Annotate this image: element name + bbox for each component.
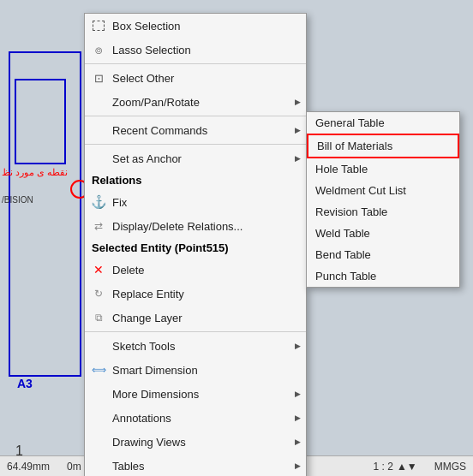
lasso-icon: ⌾ (90, 41, 107, 58)
smart-dimension-label: Smart Dimension (112, 364, 299, 377)
submenu-item-weld-table[interactable]: Weld Table (307, 223, 459, 244)
separator-2 (85, 116, 306, 116)
selected-entity-header: Selected Entity (Point515) (85, 238, 306, 258)
menu-item-select-other[interactable]: ⊡ Select Other (85, 66, 306, 90)
submenu-item-general-table[interactable]: General Table (307, 112, 459, 134)
delete-icon: ✕ (90, 261, 107, 278)
menu-item-more-dimensions[interactable]: More Dimensions (85, 382, 306, 406)
menu-item-sketch-tools[interactable]: Sketch Tools (85, 334, 306, 358)
replace-icon: ↻ (90, 285, 107, 302)
sketch-tools-label: Sketch Tools (112, 340, 299, 353)
menu-item-annotations[interactable]: Annotations (85, 406, 306, 430)
separator-3 (85, 144, 306, 145)
menu-item-delete[interactable]: ✕ Delete (85, 258, 306, 282)
more-dimensions-icon (90, 385, 107, 402)
bision-label: /BISION (2, 195, 33, 205)
delete-label: Delete (112, 264, 299, 277)
fix-label: Fix (112, 196, 299, 209)
smart-dimension-icon: ⟺ (90, 361, 107, 378)
submenu-item-bend-table[interactable]: Bend Table (307, 244, 459, 265)
submenu-item-weldment-cut-list[interactable]: Weldment Cut List (307, 180, 459, 201)
ratio-section: 1 : 2 ▲▼ MMGS (374, 461, 466, 473)
tables-icon (90, 457, 107, 474)
zoom-icon (90, 93, 107, 110)
set-as-anchor-label: Set as Anchor (112, 152, 299, 165)
sketch-inner (15, 79, 66, 164)
display-icon: ⇄ (90, 217, 107, 235)
menu-item-fix[interactable]: ⚓ Fix (85, 190, 306, 214)
drawing-views-label: Drawing Views (112, 436, 299, 449)
menu-item-change-layer[interactable]: ⧉ Change Layer (85, 306, 306, 330)
menu-item-recent-commands[interactable]: Recent Commands (85, 118, 306, 142)
fix-icon: ⚓ (90, 193, 107, 211)
menu-item-zoom-pan-rotate[interactable]: Zoom/Pan/Rotate (85, 90, 306, 114)
select-other-icon: ⊡ (90, 69, 107, 86)
submenu-item-revision-table[interactable]: Revision Table (307, 201, 459, 223)
layer-icon: ⧉ (90, 309, 107, 326)
tables-label: Tables (112, 460, 299, 473)
submenu-tables: General Table Bill of Materials Hole Tab… (306, 111, 460, 288)
ratio-display: 1 : 2 (374, 461, 393, 473)
annotations-label: Annotations (112, 412, 299, 425)
unit-display: MMGS (434, 461, 466, 473)
menu-item-set-as-anchor[interactable]: Set as Anchor (85, 146, 306, 170)
menu-item-lasso-selection[interactable]: ⌾ Lasso Selection (85, 38, 306, 62)
submenu-item-hole-table[interactable]: Hole Table (307, 158, 459, 180)
box-sel-icon (90, 17, 107, 34)
persian-label: نقطه ی مورد نظ (2, 167, 68, 178)
box-selection-label: Box Selection (112, 20, 299, 33)
value2-display: 0m (67, 461, 81, 473)
sketch-tools-icon (90, 337, 107, 354)
change-layer-label: Change Layer (112, 312, 299, 324)
sketch-area (9, 51, 81, 377)
recent-commands-label: Recent Commands (112, 124, 299, 137)
annotations-icon (90, 409, 107, 426)
more-dimensions-label: More Dimensions (112, 388, 299, 401)
select-other-label: Select Other (112, 72, 299, 85)
menu-item-replace-entity[interactable]: ↻ Replace Entity (85, 282, 306, 306)
drawing-views-icon (90, 433, 107, 450)
separator-4 (85, 331, 306, 332)
submenu-item-punch-table[interactable]: Punch Table (307, 265, 459, 287)
recent-commands-icon (90, 122, 107, 139)
relations-header: Relations (85, 170, 306, 190)
lasso-selection-label: Lasso Selection (112, 44, 299, 57)
separator-1 (85, 63, 306, 64)
menu-item-smart-dimension[interactable]: ⟺ Smart Dimension (85, 358, 306, 382)
context-menu: Box Selection ⌾ Lasso Selection ⊡ Select… (84, 13, 307, 476)
replace-entity-label: Replace Entity (112, 288, 299, 300)
a3-label: A3 (17, 377, 33, 390)
menu-item-drawing-views[interactable]: Drawing Views (85, 430, 306, 454)
menu-item-box-selection[interactable]: Box Selection (85, 14, 306, 38)
menu-item-tables[interactable]: Tables (85, 454, 306, 476)
submenu-item-bill-of-materials[interactable]: Bill of Materials (307, 134, 459, 158)
display-delete-label: Display/Delete Relations... (112, 220, 299, 233)
ratio-arrow: ▲▼ (397, 461, 417, 473)
coordinates-display: 64.49mm (7, 461, 50, 473)
anchor-icon (90, 150, 107, 167)
zoom-pan-label: Zoom/Pan/Rotate (112, 96, 299, 109)
menu-item-display-delete[interactable]: ⇄ Display/Delete Relations... (85, 214, 306, 238)
